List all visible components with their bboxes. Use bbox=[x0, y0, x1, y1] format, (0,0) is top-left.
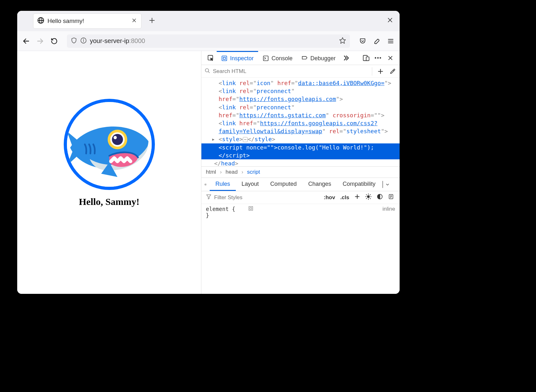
html-line[interactable]: <link rel="preconnect" href="https://fon… bbox=[201, 103, 400, 119]
close-tab-button[interactable] bbox=[132, 18, 137, 24]
cls-toggle[interactable]: .cls bbox=[339, 194, 351, 201]
svg-rect-25 bbox=[223, 57, 226, 60]
expand-toggle-icon[interactable]: ▸ bbox=[212, 135, 216, 143]
forward-button bbox=[36, 37, 45, 46]
back-button[interactable] bbox=[22, 37, 31, 46]
crumb-head[interactable]: head bbox=[226, 169, 238, 175]
svg-point-40 bbox=[367, 195, 370, 198]
menu-button[interactable] bbox=[386, 37, 395, 46]
pocket-icon[interactable] bbox=[358, 37, 367, 46]
svg-line-32 bbox=[208, 71, 210, 73]
reload-button[interactable] bbox=[50, 37, 59, 46]
html-line[interactable]: ▸<style>⋯</style> bbox=[201, 135, 400, 143]
devtools-menu-icon[interactable]: ••• bbox=[374, 54, 382, 62]
crumb-html[interactable]: html bbox=[206, 169, 216, 175]
tab-layout[interactable]: Layout bbox=[236, 178, 264, 191]
rule-selector: element bbox=[206, 206, 232, 212]
svg-rect-28 bbox=[366, 57, 369, 61]
responsive-mode-icon[interactable] bbox=[362, 54, 370, 62]
rules-panel: element { } inline bbox=[201, 204, 400, 294]
svg-line-48 bbox=[370, 194, 371, 195]
breadcrumb: html › head › script bbox=[201, 166, 400, 178]
svg-rect-54 bbox=[249, 207, 253, 210]
svg-rect-24 bbox=[222, 56, 227, 61]
url-text: your-server-ip:8000 bbox=[90, 37, 145, 45]
devtools-tabbar: Inspector Console Debugger ••• bbox=[201, 51, 400, 65]
element-picker-icon[interactable] bbox=[206, 54, 215, 62]
html-line[interactable]: </head> bbox=[201, 159, 400, 166]
tab-debugger[interactable]: Debugger bbox=[297, 51, 340, 65]
close-devtools-button[interactable] bbox=[386, 54, 395, 62]
add-node-button[interactable] bbox=[377, 68, 384, 75]
toolbar: your-server-ip:8000 bbox=[17, 31, 400, 51]
chevron-right-icon: › bbox=[242, 169, 243, 175]
svg-marker-37 bbox=[206, 195, 211, 199]
browser-window: Hello sammy! bbox=[17, 11, 400, 294]
filter-styles-input[interactable] bbox=[214, 194, 320, 201]
styles-tabbar: Rules Layout Computed Changes Compatibil… bbox=[201, 178, 400, 191]
tab-rules[interactable]: Rules bbox=[210, 178, 236, 191]
tab-changes[interactable]: Changes bbox=[302, 178, 337, 191]
dark-theme-icon[interactable] bbox=[375, 193, 384, 201]
info-icon[interactable] bbox=[80, 37, 87, 45]
html-tree[interactable]: <link rel="icon" href="data:;base64,iVBO… bbox=[201, 78, 400, 166]
print-simulation-icon[interactable] bbox=[387, 194, 395, 201]
close-window-button[interactable] bbox=[387, 17, 393, 25]
filter-icon bbox=[206, 194, 212, 201]
filter-row: :hov .cls bbox=[201, 191, 400, 204]
tab-inspector[interactable]: Inspector bbox=[217, 51, 258, 65]
browser-tab[interactable]: Hello sammy! bbox=[33, 13, 141, 29]
svg-point-31 bbox=[205, 69, 209, 72]
content-area: Hello, Sammy! Inspector Console bbox=[17, 51, 400, 294]
html-line[interactable]: <link rel="preconnect" href="https://fon… bbox=[201, 87, 400, 103]
light-theme-icon[interactable] bbox=[364, 193, 373, 201]
page-heading: Hello, Sammy! bbox=[64, 196, 155, 207]
svg-point-21 bbox=[112, 134, 123, 145]
svg-point-22 bbox=[113, 136, 117, 139]
add-rule-button[interactable] bbox=[353, 194, 361, 201]
hov-toggle[interactable]: :hov bbox=[322, 194, 337, 201]
boxmodel-icon[interactable] bbox=[245, 206, 253, 212]
devtools-panel: Inspector Console Debugger ••• bbox=[201, 51, 400, 294]
toggle-sidebar-icon[interactable] bbox=[201, 181, 210, 188]
svg-marker-14 bbox=[340, 37, 345, 43]
new-tab-button[interactable] bbox=[148, 16, 156, 26]
html-line[interactable]: <link rel="icon" href="data:;base64,iVBO… bbox=[201, 79, 400, 87]
styles-overflow-icon[interactable]: │ bbox=[381, 181, 391, 188]
svg-line-47 bbox=[366, 198, 367, 199]
tab-title: Hello sammy! bbox=[47, 18, 128, 25]
rule-source: inline bbox=[382, 206, 395, 212]
shield-icon bbox=[71, 37, 77, 45]
svg-line-45 bbox=[366, 194, 367, 195]
globe-icon bbox=[37, 17, 44, 25]
chevron-right-icon: › bbox=[220, 169, 222, 175]
svg-point-13 bbox=[83, 39, 84, 39]
html-line-selected[interactable]: <script nonce="">console.log("Hello Worl… bbox=[201, 143, 400, 159]
crumb-script[interactable]: script bbox=[247, 169, 260, 175]
eyedropper-icon[interactable] bbox=[389, 68, 396, 75]
search-icon bbox=[205, 68, 210, 75]
bookmark-star-icon[interactable] bbox=[339, 37, 346, 45]
tab-bar: Hello sammy! bbox=[17, 11, 400, 31]
shark-avatar bbox=[64, 99, 155, 190]
tab-console[interactable]: Console bbox=[258, 51, 297, 65]
tab-computed[interactable]: Computed bbox=[264, 178, 302, 191]
svg-line-46 bbox=[370, 198, 371, 199]
devtools-overflow-icon[interactable] bbox=[342, 54, 350, 62]
page-viewport: Hello, Sammy! bbox=[17, 51, 201, 294]
tab-compatibility[interactable]: Compatibility bbox=[337, 178, 381, 191]
html-search-input[interactable] bbox=[213, 68, 369, 75]
settings-wrench-icon[interactable] bbox=[372, 37, 381, 46]
html-search-bar bbox=[201, 65, 400, 78]
url-bar[interactable]: your-server-ip:8000 bbox=[67, 34, 350, 48]
svg-rect-55 bbox=[250, 207, 251, 209]
html-line[interactable]: <link href="https://fonts.googleapis.com… bbox=[201, 119, 400, 135]
